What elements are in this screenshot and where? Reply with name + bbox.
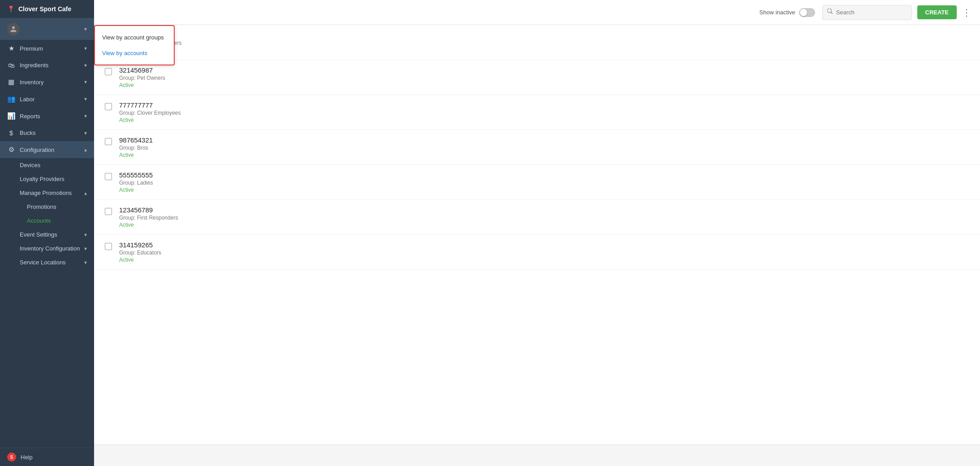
sidebar-sub-promotions[interactable]: Promotions: [0, 200, 94, 214]
help-label: Help: [21, 454, 33, 461]
show-inactive-toggle[interactable]: [799, 8, 815, 17]
sidebar-item-bucks[interactable]: $ Bucks ▾: [0, 125, 94, 141]
loyalty-providers-label: Loyalty Providers: [20, 176, 64, 182]
main-content: Show inactive CREATE ⋮ View by account g…: [94, 0, 980, 466]
account-group-4: Group: Ladies: [119, 180, 153, 186]
view-by-accounts-label: View by accounts: [102, 50, 147, 56]
inventory-icon: ▦: [7, 78, 15, 86]
accounts-label: Accounts: [27, 217, 51, 224]
account-checkbox-4[interactable]: [105, 173, 112, 180]
account-status-1: Active: [119, 82, 165, 88]
configuration-icon: ⚙: [7, 146, 15, 154]
help-item[interactable]: 5 Help: [0, 448, 94, 466]
labor-icon: 👥: [7, 95, 15, 103]
account-checkbox-2[interactable]: [105, 103, 112, 110]
sidebar-item-reports[interactable]: 📊 Reports ▾: [0, 108, 94, 125]
account-number-6: 314159265: [119, 241, 161, 249]
configuration-chevron-icon: ▴: [84, 147, 87, 153]
reports-chevron-icon: ▾: [84, 113, 87, 119]
show-inactive-control: Show inactive: [759, 8, 815, 17]
user-chevron-icon: ▾: [84, 26, 87, 32]
account-status-5: Active: [119, 222, 178, 228]
view-by-account-groups-option[interactable]: View by account groups: [95, 30, 174, 45]
user-avatar: [7, 23, 20, 35]
account-row: 987654321 Group: Bros Active: [94, 130, 980, 165]
sidebar-sub-devices[interactable]: Devices: [0, 158, 94, 172]
sidebar-item-labor[interactable]: 👥 Labor ▾: [0, 91, 94, 108]
location-icon: 📍: [7, 5, 15, 13]
event-settings-chevron-icon: ▾: [84, 232, 87, 238]
account-number-1: 321456987: [119, 66, 165, 74]
view-by-accounts-option[interactable]: View by accounts: [95, 45, 174, 61]
account-number-5: 123456789: [119, 206, 178, 214]
account-info-2: 777777777 Group: Clover Employees Active: [119, 101, 181, 123]
account-number-3: 987654321: [119, 136, 153, 144]
sidebar-item-inventory[interactable]: ▦ Inventory ▾: [0, 73, 94, 91]
create-button[interactable]: CREATE: [917, 5, 957, 19]
inventory-configuration-label: Inventory Configuration: [20, 245, 80, 252]
event-settings-label: Event Settings: [20, 231, 57, 238]
sidebar-sub-loyalty-providers[interactable]: Loyalty Providers: [0, 172, 94, 186]
account-row: 777777777 Group: Clover Employees Active: [94, 95, 980, 130]
account-checkbox-3[interactable]: [105, 138, 112, 145]
account-status-6: Active: [119, 257, 161, 263]
view-by-account-groups-label: View by account groups: [102, 34, 164, 41]
account-checkbox-1[interactable]: [105, 68, 112, 75]
account-number-2: 777777777: [119, 101, 181, 109]
inventory-configuration-chevron-icon: ▾: [84, 246, 87, 252]
premium-icon: ★: [7, 44, 15, 52]
sidebar-item-premium[interactable]: ★ Premium ▾: [0, 40, 94, 57]
sidebar-item-ingredients[interactable]: 🛍 Ingredients ▾: [0, 57, 94, 73]
manage-promotions-label: Manage Promotions: [20, 190, 72, 196]
account-group-5: Group: First Responders: [119, 215, 178, 221]
search-input[interactable]: [836, 9, 903, 16]
account-status-4: Active: [119, 187, 153, 193]
account-row: 123654789 Group: Loyalty Customers Activ…: [94, 25, 980, 60]
search-box[interactable]: [822, 5, 912, 20]
account-status-3: Active: [119, 152, 153, 158]
sidebar-sub-inventory-configuration[interactable]: Inventory Configuration ▾: [0, 242, 94, 255]
service-locations-label: Service Locations: [20, 259, 66, 266]
account-info-4: 555555555 Group: Ladies Active: [119, 171, 153, 193]
account-group-2: Group: Clover Employees: [119, 110, 181, 116]
inventory-chevron-icon: ▾: [84, 79, 87, 85]
search-icon: [827, 9, 834, 16]
configuration-label: Configuration: [20, 147, 84, 153]
labor-chevron-icon: ▾: [84, 96, 87, 102]
account-info-3: 987654321 Group: Bros Active: [119, 136, 153, 158]
sidebar-sub-event-settings[interactable]: Event Settings ▾: [0, 228, 94, 242]
account-checkbox-6[interactable]: [105, 243, 112, 250]
user-menu[interactable]: ▾: [0, 18, 94, 40]
bucks-icon: $: [7, 129, 15, 137]
account-row: 314159265 Group: Educators Active: [94, 235, 980, 270]
help-badge: 5: [7, 453, 16, 462]
account-number-4: 555555555: [119, 171, 153, 179]
account-group-1: Group: Pet Owners: [119, 75, 165, 81]
account-checkbox-5[interactable]: [105, 208, 112, 215]
account-row: 123456789 Group: First Responders Active: [94, 200, 980, 235]
header: Show inactive CREATE ⋮: [94, 0, 980, 25]
account-info-6: 314159265 Group: Educators Active: [119, 241, 161, 263]
service-locations-chevron-icon: ▾: [84, 259, 87, 266]
ingredients-label: Ingredients: [20, 62, 84, 69]
more-options-icon[interactable]: ⋮: [962, 7, 971, 18]
manage-promotions-chevron-icon: ▴: [84, 190, 87, 196]
premium-chevron-icon: ▾: [84, 45, 87, 52]
sidebar-sub-manage-promotions[interactable]: Manage Promotions ▴: [0, 186, 94, 200]
account-group-6: Group: Educators: [119, 250, 161, 256]
footer-bar: [94, 444, 980, 466]
show-inactive-label: Show inactive: [759, 9, 795, 16]
store-name: Clover Sport Cafe: [18, 5, 71, 13]
sidebar-item-configuration[interactable]: ⚙ Configuration ▴: [0, 141, 94, 158]
ingredients-chevron-icon: ▾: [84, 62, 87, 69]
sidebar-header: 📍 Clover Sport Cafe: [0, 0, 94, 18]
account-group-3: Group: Bros: [119, 145, 153, 151]
bucks-label: Bucks: [20, 129, 84, 136]
sidebar: 📍 Clover Sport Cafe ▾ ★ Premium ▾ 🛍 Ingr…: [0, 0, 94, 466]
reports-label: Reports: [20, 113, 84, 120]
promotions-label: Promotions: [27, 203, 56, 210]
account-info-5: 123456789 Group: First Responders Active: [119, 206, 178, 228]
bucks-chevron-icon: ▾: [84, 130, 87, 136]
sidebar-sub-service-locations[interactable]: Service Locations ▾: [0, 255, 94, 269]
sidebar-sub-accounts[interactable]: Accounts: [0, 214, 94, 228]
